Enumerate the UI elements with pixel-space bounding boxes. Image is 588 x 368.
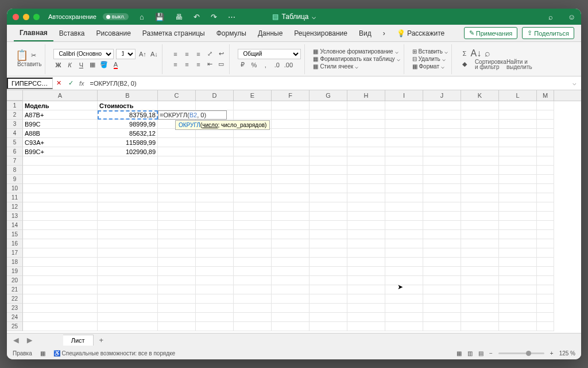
cell[interactable] [537, 193, 554, 202]
cell[interactable]: Модель [23, 101, 98, 110]
cell[interactable] [537, 202, 554, 212]
cell[interactable] [499, 202, 537, 212]
number-format-select[interactable]: Общий [238, 49, 301, 59]
cell[interactable] [196, 258, 234, 267]
cell[interactable] [234, 212, 272, 221]
underline-icon[interactable]: Ч [76, 60, 86, 70]
cell[interactable] [234, 156, 272, 166]
cut-icon[interactable]: ✂ [29, 51, 38, 60]
search-icon[interactable]: ⌕ [548, 13, 553, 21]
row-header[interactable]: 20 [7, 276, 23, 285]
cell[interactable] [461, 258, 499, 267]
select-all-corner[interactable] [7, 90, 23, 101]
cell[interactable] [347, 193, 385, 202]
dec-dec-icon[interactable]: .00 [284, 60, 293, 70]
row-header[interactable]: 19 [7, 267, 23, 276]
cell-styles[interactable]: ▦ Стили ячеек ⌵ [313, 63, 400, 70]
sum-icon[interactable]: Σ [460, 49, 469, 58]
cell[interactable] [310, 221, 347, 230]
cell[interactable] [98, 294, 158, 304]
cell[interactable] [347, 212, 385, 221]
cell[interactable] [499, 322, 537, 331]
cell[interactable] [310, 156, 347, 166]
cell[interactable] [461, 239, 499, 248]
sheet-nav-prev[interactable]: ◄ [7, 335, 25, 346]
fx-icon[interactable]: fx [77, 80, 87, 87]
zoom-out-icon[interactable]: − [489, 350, 493, 356]
cell[interactable] [385, 313, 423, 322]
row-header[interactable]: 22 [7, 294, 23, 304]
cell[interactable] [461, 202, 499, 212]
cell[interactable] [158, 156, 196, 166]
cell[interactable] [537, 230, 554, 239]
cell[interactable] [499, 285, 537, 294]
cell[interactable] [423, 276, 461, 285]
paste-icon[interactable]: 📋 [17, 51, 26, 60]
cell[interactable] [347, 248, 385, 258]
cell[interactable] [196, 212, 234, 221]
cell[interactable]: A88B [23, 129, 98, 138]
autosave-toggle[interactable]: выкл. [103, 13, 129, 20]
minimize-icon[interactable] [23, 14, 29, 20]
cell[interactable] [347, 156, 385, 166]
cell[interactable] [23, 322, 98, 331]
cell[interactable] [272, 221, 310, 230]
cell[interactable] [499, 313, 537, 322]
sort-icon[interactable]: A↓ [471, 49, 481, 58]
cell[interactable] [234, 285, 272, 294]
cell[interactable] [23, 304, 98, 313]
zoom-label[interactable]: 125 % [559, 350, 575, 356]
cell[interactable] [196, 248, 234, 258]
row-header[interactable]: 23 [7, 304, 23, 313]
row-header[interactable]: 4 [7, 129, 23, 138]
cell[interactable] [23, 294, 98, 304]
cell[interactable] [347, 239, 385, 248]
cell[interactable] [310, 322, 347, 331]
tab-data[interactable]: Данные [252, 26, 288, 41]
cell[interactable] [347, 230, 385, 239]
cell[interactable] [23, 276, 98, 285]
cell[interactable] [272, 313, 310, 322]
row-header[interactable]: 24 [7, 313, 23, 322]
cell[interactable] [272, 304, 310, 313]
tab-insert[interactable]: Вставка [53, 26, 91, 41]
cell[interactable] [423, 175, 461, 184]
cell[interactable] [23, 313, 98, 322]
add-sheet-button[interactable]: + [94, 334, 110, 346]
cell[interactable] [347, 267, 385, 276]
cell[interactable] [98, 184, 158, 193]
row-header[interactable]: 5 [7, 138, 23, 147]
row-header[interactable]: 15 [7, 230, 23, 239]
cell[interactable] [98, 248, 158, 258]
cell[interactable] [385, 248, 423, 258]
align-right-icon[interactable]: ≡ [194, 60, 203, 69]
cell[interactable] [385, 276, 423, 285]
col-header[interactable]: A [23, 90, 98, 101]
cell[interactable] [310, 267, 347, 276]
cell[interactable] [98, 313, 158, 322]
cell[interactable] [347, 202, 385, 212]
cell[interactable] [196, 156, 234, 166]
tab-view[interactable]: Вид [353, 26, 377, 41]
cell[interactable] [98, 239, 158, 248]
cell[interactable] [98, 258, 158, 267]
cell[interactable] [537, 294, 554, 304]
cell[interactable] [499, 166, 537, 175]
confirm-icon[interactable]: ✓ [65, 79, 77, 87]
cell[interactable] [385, 230, 423, 239]
maximize-icon[interactable] [33, 14, 40, 20]
cell[interactable] [23, 267, 98, 276]
delete-cells[interactable]: ⊟ Удалить ⌵ [412, 56, 448, 62]
cell[interactable]: 98999,99 [98, 120, 158, 129]
cell[interactable] [196, 285, 234, 294]
tab-draw[interactable]: Рисование [90, 26, 136, 41]
cell[interactable] [347, 175, 385, 184]
cell[interactable] [196, 276, 234, 285]
cell[interactable] [537, 267, 554, 276]
print-icon[interactable]: 🖶 [175, 13, 183, 21]
cell[interactable] [423, 313, 461, 322]
cell[interactable] [23, 193, 98, 202]
cell[interactable] [158, 304, 196, 313]
row-header[interactable]: 11 [7, 193, 23, 202]
italic-icon[interactable]: К [65, 60, 74, 70]
